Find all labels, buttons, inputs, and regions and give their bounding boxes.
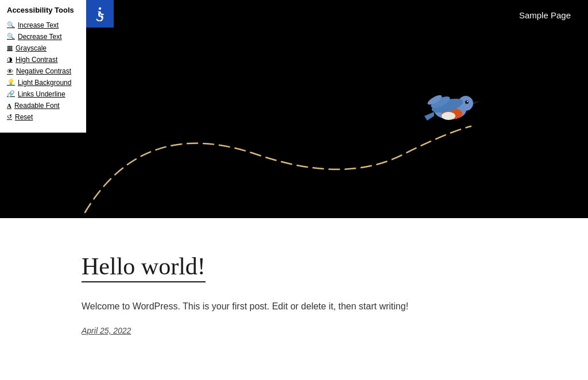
menu-item-grayscale[interactable]: ▦ Grayscale bbox=[7, 44, 79, 52]
reset-label: Reset bbox=[15, 113, 33, 121]
accessibility-panel: Accessibility Tools 🔍 Increase Text 🔍 De… bbox=[0, 0, 86, 133]
high-contrast-label: High Contrast bbox=[16, 56, 57, 64]
light-background-link[interactable]: 💡 Light Background bbox=[7, 79, 79, 87]
menu-item-decrease-text[interactable]: 🔍 Decrease Text bbox=[7, 33, 79, 41]
accessibility-toggle-button[interactable] bbox=[86, 0, 114, 28]
menu-item-links-underline[interactable]: 🔗 Links Underline bbox=[7, 90, 79, 98]
site-header: Sample Page bbox=[0, 0, 588, 218]
reset-icon: ↺ bbox=[7, 113, 12, 121]
svg-point-9 bbox=[465, 100, 469, 104]
readable-font-icon: A bbox=[7, 102, 11, 109]
menu-item-reset[interactable]: ↺ Reset bbox=[7, 113, 79, 121]
readable-font-label: Readable Font bbox=[14, 102, 60, 110]
menu-item-increase-text[interactable]: 🔍 Increase Text bbox=[7, 21, 79, 29]
site-content: Hello world! Welcome to WordPress. This … bbox=[64, 218, 524, 370]
negative-contrast-label: Negative Contrast bbox=[16, 67, 71, 75]
accessibility-title: Accessibility Tools bbox=[7, 6, 79, 15]
svg-point-10 bbox=[467, 101, 468, 102]
decrease-text-icon: 🔍 bbox=[7, 33, 15, 40]
links-underline-label: Links Underline bbox=[18, 90, 65, 98]
menu-item-negative-contrast[interactable]: 👁 Negative Contrast bbox=[7, 67, 79, 75]
decrease-text-link[interactable]: 🔍 Decrease Text bbox=[7, 33, 79, 41]
increase-text-label: Increase Text bbox=[18, 21, 59, 29]
dashed-path-svg bbox=[0, 0, 588, 218]
post-date: April 25, 2022 bbox=[82, 326, 131, 335]
increase-text-icon: 🔍 bbox=[7, 21, 15, 29]
links-underline-link[interactable]: 🔗 Links Underline bbox=[7, 90, 79, 98]
accessibility-menu: 🔍 Increase Text 🔍 Decrease Text ▦ Graysc… bbox=[7, 21, 79, 121]
svg-point-11 bbox=[99, 7, 101, 10]
bird-illustration bbox=[419, 80, 482, 132]
high-contrast-icon: ◑ bbox=[7, 56, 13, 63]
accessibility-icon bbox=[92, 6, 107, 21]
high-contrast-link[interactable]: ◑ High Contrast bbox=[7, 56, 79, 64]
post-excerpt: Welcome to WordPress. This is your first… bbox=[82, 298, 506, 314]
menu-item-readable-font[interactable]: A Readable Font bbox=[7, 102, 79, 110]
links-underline-icon: 🔗 bbox=[7, 90, 15, 98]
reset-link[interactable]: ↺ Reset bbox=[7, 113, 79, 121]
svg-marker-2 bbox=[473, 101, 481, 104]
grayscale-label: Grayscale bbox=[16, 44, 47, 52]
grayscale-icon: ▦ bbox=[7, 44, 13, 52]
negative-contrast-link[interactable]: 👁 Negative Contrast bbox=[7, 67, 79, 75]
menu-item-light-background[interactable]: 💡 Light Background bbox=[7, 79, 79, 87]
decrease-text-label: Decrease Text bbox=[18, 33, 61, 41]
menu-item-high-contrast[interactable]: ◑ High Contrast bbox=[7, 56, 79, 64]
light-background-icon: 💡 bbox=[7, 79, 15, 86]
readable-font-link[interactable]: A Readable Font bbox=[7, 102, 79, 110]
light-background-label: Light Background bbox=[18, 79, 71, 87]
hero-image bbox=[0, 0, 588, 218]
increase-text-link[interactable]: 🔍 Increase Text bbox=[7, 21, 79, 29]
negative-contrast-icon: 👁 bbox=[7, 68, 13, 75]
svg-point-4 bbox=[442, 112, 455, 120]
svg-marker-8 bbox=[424, 112, 434, 121]
grayscale-link[interactable]: ▦ Grayscale bbox=[7, 44, 79, 52]
blog-post: Hello world! Welcome to WordPress. This … bbox=[82, 253, 506, 336]
post-title: Hello world! bbox=[82, 253, 206, 282]
